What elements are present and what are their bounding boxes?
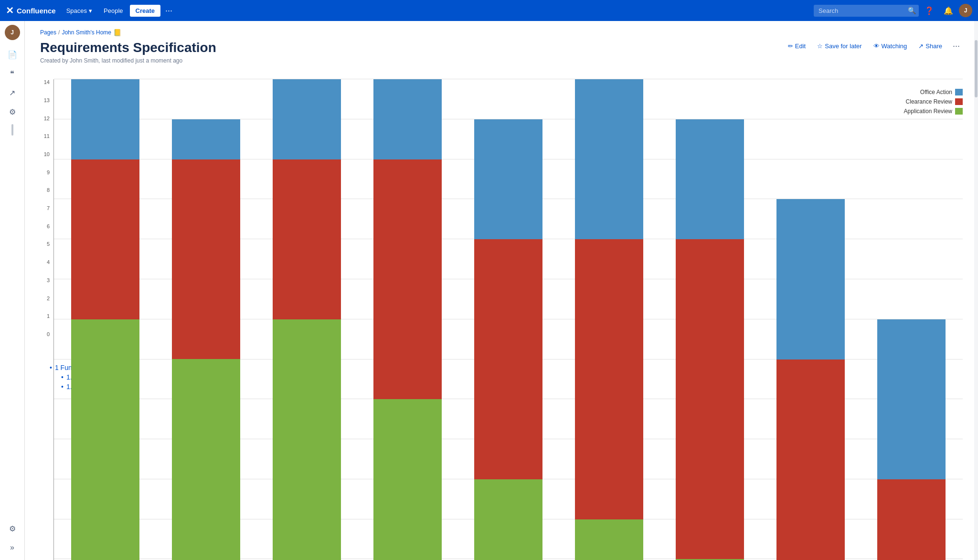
notifications-button[interactable]: 🔔 xyxy=(940,4,957,17)
breadcrumb-home[interactable]: John Smith's Home xyxy=(62,29,111,36)
save-later-button[interactable]: ☆ Save for later xyxy=(813,41,865,52)
bar-group-0 xyxy=(58,79,153,560)
spaces-menu[interactable]: Spaces ▾ xyxy=(62,5,97,16)
search-icon-button[interactable]: 🔍 xyxy=(908,7,916,14)
page-actions: ✏ Edit ☆ Save for later 👁 Watching ↗ Sha… xyxy=(784,40,963,52)
bar-segment-green-4[interactable] xyxy=(474,479,542,560)
legend-clearance-review: Clearance Review xyxy=(886,98,963,105)
y-axis-tick-8: 8 xyxy=(47,187,50,193)
y-axis-tick-11: 11 xyxy=(44,133,50,139)
bar-segment-blue-7[interactable] xyxy=(776,199,845,359)
page-meta: Created by John Smith, last modified jus… xyxy=(40,57,963,64)
y-axis-tick-9: 9 xyxy=(47,169,50,175)
bar-segment-red-8[interactable] xyxy=(877,479,946,560)
bar-stack-0 xyxy=(71,79,139,560)
bar-segment-blue-6[interactable] xyxy=(676,119,744,239)
watching-button[interactable]: 👁 Watching xyxy=(870,41,911,52)
bar-segment-red-0[interactable] xyxy=(71,159,139,319)
eye-icon: 👁 xyxy=(873,42,880,50)
search-wrapper: 🔍 xyxy=(814,5,919,17)
y-axis-tick-7: 7 xyxy=(47,205,50,211)
y-axis-tick-13: 13 xyxy=(44,97,50,103)
create-button[interactable]: Create xyxy=(130,5,160,17)
bar-segment-green-5[interactable] xyxy=(575,519,643,560)
bar-segment-red-3[interactable] xyxy=(373,159,442,400)
share-icon: ↗ xyxy=(918,42,924,50)
bar-stack-2 xyxy=(273,79,341,560)
more-nav-button[interactable]: ··· xyxy=(162,5,175,17)
breadcrumb-pages[interactable]: Pages xyxy=(40,29,56,36)
bar-segment-blue-5[interactable] xyxy=(575,79,643,239)
bar-group-6 xyxy=(662,79,757,560)
confluence-x-icon: ✕ xyxy=(6,5,14,16)
chart-y-axis: 01234567891011121314 xyxy=(40,79,53,356)
bar-segment-blue-1[interactable] xyxy=(172,119,240,159)
chart-container: 01234567891011121314 Jun 11, 2020Jun 12,… xyxy=(40,79,963,356)
bar-segment-blue-2[interactable] xyxy=(273,79,341,159)
bar-segment-green-2[interactable] xyxy=(273,319,341,560)
legend-application-review-color xyxy=(955,108,963,115)
user-avatar[interactable]: J xyxy=(959,4,972,17)
bar-segment-red-6[interactable] xyxy=(676,239,744,559)
content-header: Pages / John Smith's Home 📒 Requirements… xyxy=(25,21,978,64)
legend-application-review-label: Application Review xyxy=(904,108,952,115)
sidebar-collapse-icon[interactable]: » xyxy=(4,539,21,556)
legend-application-review: Application Review xyxy=(886,108,963,115)
bar-segment-green-0[interactable] xyxy=(71,319,139,560)
bar-segment-red-5[interactable] xyxy=(575,239,643,519)
chart-main: Jun 11, 2020Jun 12, 2020Jun 13, 2020Jun … xyxy=(53,79,963,356)
bar-stack-4 xyxy=(474,119,542,560)
y-axis-tick-5: 5 xyxy=(47,241,50,247)
legend-office-action: Office Action xyxy=(886,89,963,95)
bar-segment-green-1[interactable] xyxy=(172,359,240,560)
y-axis-tick-12: 12 xyxy=(44,116,50,121)
legend-office-action-label: Office Action xyxy=(920,89,952,95)
bar-segment-red-1[interactable] xyxy=(172,159,240,359)
bar-segment-red-2[interactable] xyxy=(273,159,341,319)
search-input[interactable] xyxy=(814,5,919,17)
people-nav[interactable]: People xyxy=(99,5,128,16)
bar-stack-1 xyxy=(172,119,240,560)
sidebar-quote-icon[interactable]: ❝ xyxy=(4,65,21,82)
app-logo[interactable]: ✕ Confluence xyxy=(6,5,56,16)
bar-segment-red-7[interactable] xyxy=(776,359,845,560)
bar-stack-3 xyxy=(373,79,442,560)
edit-button[interactable]: ✏ Edit xyxy=(784,41,809,52)
left-sidebar: J 📄 ❝ ↗ ⚙ ⚙ » xyxy=(0,21,25,560)
y-axis-tick-10: 10 xyxy=(44,151,50,157)
scrollbar-thumb[interactable] xyxy=(975,40,978,97)
spaces-chevron: ▾ xyxy=(89,7,92,14)
list-bullet-1: • xyxy=(50,364,52,371)
sidebar-branch-icon[interactable]: ⚙ xyxy=(4,103,21,120)
edit-pencil-icon: ✏ xyxy=(788,42,793,50)
scrollbar-track[interactable] xyxy=(974,21,978,560)
bar-segment-blue-3[interactable] xyxy=(373,79,442,159)
main-content: Pages / John Smith's Home 📒 Requirements… xyxy=(25,21,978,560)
sidebar-page-icon[interactable]: 📄 xyxy=(4,46,21,63)
page-title-row: Requirements Specification ✏ Edit ☆ Save… xyxy=(40,40,963,55)
sidebar-resize-handle[interactable] xyxy=(11,124,13,136)
y-axis-tick-3: 3 xyxy=(47,277,50,283)
y-axis-tick-0: 0 xyxy=(47,331,50,337)
bar-segment-blue-0[interactable] xyxy=(71,79,139,159)
more-actions-button[interactable]: ··· xyxy=(950,40,963,52)
bar-stack-7 xyxy=(776,199,845,560)
sidebar-settings-icon[interactable]: ⚙ xyxy=(4,520,21,537)
sidebar-share-icon[interactable]: ↗ xyxy=(4,84,21,101)
sidebar-avatar[interactable]: J xyxy=(5,25,20,40)
y-axis-tick-14: 14 xyxy=(44,79,50,85)
bar-group-7 xyxy=(763,79,858,560)
bar-segment-blue-8[interactable] xyxy=(877,319,946,479)
share-button[interactable]: ↗ Share xyxy=(914,41,946,52)
help-button[interactable]: ❓ xyxy=(921,4,938,17)
bar-segment-red-4[interactable] xyxy=(474,239,542,479)
bar-group-4 xyxy=(461,79,556,560)
bar-group-2 xyxy=(259,79,354,560)
people-label: People xyxy=(104,7,123,14)
bar-segment-blue-4[interactable] xyxy=(474,119,542,239)
legend-office-action-color xyxy=(955,89,963,95)
legend-clearance-review-color xyxy=(955,98,963,105)
chart-legend: Office Action Clearance Review Applicati… xyxy=(886,89,963,115)
breadcrumb: Pages / John Smith's Home 📒 xyxy=(40,29,963,36)
bar-segment-green-3[interactable] xyxy=(373,399,442,560)
